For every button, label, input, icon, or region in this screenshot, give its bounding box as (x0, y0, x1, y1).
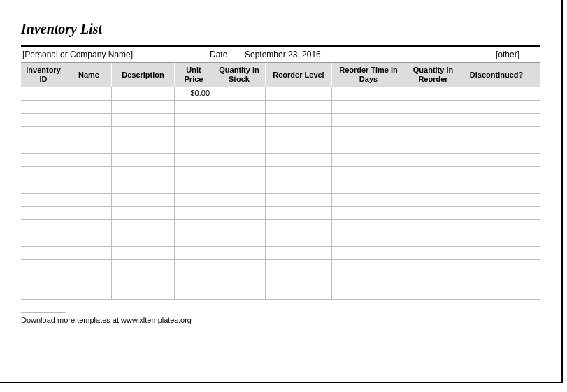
cell-qty_reorder[interactable] (405, 154, 461, 166)
cell-id[interactable] (21, 140, 66, 153)
cell-reorder_level[interactable] (266, 140, 332, 153)
cell-reorder_level[interactable] (266, 207, 332, 219)
cell-unit_price[interactable] (175, 127, 213, 140)
cell-discontinued[interactable] (461, 207, 531, 219)
cell-discontinued[interactable] (461, 233, 531, 246)
cell-description[interactable] (112, 220, 175, 233)
cell-qty_stock[interactable] (213, 233, 266, 246)
cell-unit_price[interactable] (175, 233, 213, 246)
cell-description[interactable] (112, 101, 175, 113)
cell-qty_reorder[interactable] (405, 273, 461, 286)
cell-qty_stock[interactable] (213, 247, 266, 259)
cell-discontinued[interactable] (461, 247, 531, 259)
cell-id[interactable] (21, 273, 66, 286)
cell-qty_reorder[interactable] (405, 220, 461, 233)
cell-unit_price[interactable] (175, 114, 213, 126)
cell-id[interactable] (21, 260, 66, 273)
cell-qty_stock[interactable] (213, 87, 266, 100)
cell-qty_stock[interactable] (213, 140, 266, 153)
cell-discontinued[interactable] (461, 127, 531, 140)
cell-reorder_time[interactable] (332, 127, 405, 140)
cell-discontinued[interactable] (461, 220, 531, 233)
cell-qty_stock[interactable] (213, 220, 266, 233)
cell-id[interactable] (21, 286, 66, 299)
cell-description[interactable] (112, 167, 175, 180)
cell-id[interactable] (21, 247, 66, 259)
cell-qty_stock[interactable] (213, 273, 266, 286)
cell-name[interactable] (66, 101, 112, 113)
cell-qty_reorder[interactable] (405, 194, 461, 206)
cell-qty_stock[interactable] (213, 101, 266, 113)
cell-name[interactable] (66, 273, 112, 286)
cell-qty_reorder[interactable] (405, 247, 461, 259)
cell-reorder_time[interactable] (332, 140, 405, 153)
cell-reorder_level[interactable] (266, 286, 332, 299)
cell-unit_price[interactable] (175, 273, 213, 286)
cell-unit_price[interactable] (175, 194, 213, 206)
cell-description[interactable] (112, 194, 175, 206)
cell-qty_reorder[interactable] (405, 286, 461, 299)
cell-unit_price[interactable] (175, 167, 213, 180)
cell-reorder_level[interactable] (266, 114, 332, 126)
cell-name[interactable] (66, 167, 112, 180)
cell-discontinued[interactable] (461, 114, 531, 126)
cell-reorder_level[interactable] (266, 194, 332, 206)
cell-name[interactable] (66, 194, 112, 206)
cell-unit_price[interactable] (175, 154, 213, 166)
cell-id[interactable] (21, 180, 66, 193)
cell-id[interactable] (21, 101, 66, 113)
cell-reorder_time[interactable] (332, 207, 405, 219)
cell-reorder_time[interactable] (332, 87, 405, 100)
cell-reorder_level[interactable] (266, 247, 332, 259)
cell-name[interactable] (66, 87, 112, 100)
cell-id[interactable] (21, 220, 66, 233)
cell-description[interactable] (112, 247, 175, 259)
cell-id[interactable] (21, 167, 66, 180)
cell-description[interactable] (112, 207, 175, 219)
cell-id[interactable] (21, 207, 66, 219)
cell-reorder_time[interactable] (332, 101, 405, 113)
cell-description[interactable] (112, 87, 175, 100)
cell-name[interactable] (66, 286, 112, 299)
cell-qty_reorder[interactable] (405, 114, 461, 126)
cell-name[interactable] (66, 114, 112, 126)
cell-discontinued[interactable] (461, 180, 531, 193)
cell-qty_reorder[interactable] (405, 127, 461, 140)
cell-name[interactable] (66, 180, 112, 193)
cell-name[interactable] (66, 220, 112, 233)
cell-id[interactable] (21, 127, 66, 140)
cell-qty_reorder[interactable] (405, 180, 461, 193)
cell-name[interactable] (66, 154, 112, 166)
cell-description[interactable] (112, 260, 175, 273)
cell-reorder_level[interactable] (266, 101, 332, 113)
cell-qty_reorder[interactable] (405, 140, 461, 153)
cell-qty_reorder[interactable] (405, 87, 461, 100)
cell-name[interactable] (66, 140, 112, 153)
cell-reorder_time[interactable] (332, 167, 405, 180)
cell-discontinued[interactable] (461, 87, 531, 100)
cell-reorder_time[interactable] (332, 220, 405, 233)
cell-reorder_level[interactable] (266, 127, 332, 140)
cell-qty_reorder[interactable] (405, 101, 461, 113)
cell-discontinued[interactable] (461, 101, 531, 113)
cell-unit_price[interactable] (175, 101, 213, 113)
cell-reorder_time[interactable] (332, 114, 405, 126)
cell-name[interactable] (66, 260, 112, 273)
cell-qty_stock[interactable] (213, 180, 266, 193)
cell-unit_price[interactable] (175, 220, 213, 233)
cell-reorder_time[interactable] (332, 194, 405, 206)
cell-reorder_time[interactable] (332, 273, 405, 286)
cell-description[interactable] (112, 273, 175, 286)
cell-id[interactable] (21, 194, 66, 206)
cell-qty_stock[interactable] (213, 286, 266, 299)
cell-qty_stock[interactable] (213, 114, 266, 126)
cell-discontinued[interactable] (461, 286, 531, 299)
cell-reorder_time[interactable] (332, 233, 405, 246)
cell-description[interactable] (112, 154, 175, 166)
cell-reorder_level[interactable] (266, 154, 332, 166)
cell-name[interactable] (66, 233, 112, 246)
cell-qty_reorder[interactable] (405, 207, 461, 219)
cell-unit_price[interactable] (175, 260, 213, 273)
cell-unit_price[interactable] (175, 247, 213, 259)
cell-qty_stock[interactable] (213, 167, 266, 180)
